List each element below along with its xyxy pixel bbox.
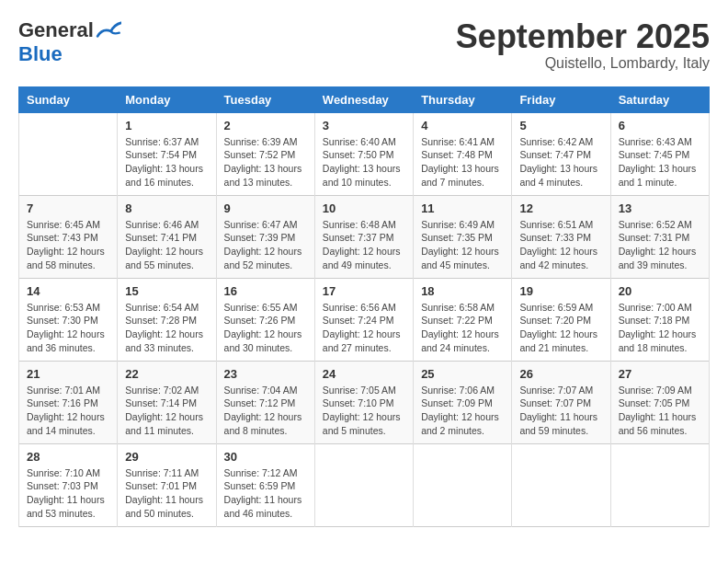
day-info: Sunrise: 6:49 AM Sunset: 7:35 PM Dayligh…	[421, 218, 504, 272]
calendar-cell: 30Sunrise: 7:12 AM Sunset: 6:59 PM Dayli…	[216, 443, 314, 526]
calendar-cell: 16Sunrise: 6:55 AM Sunset: 7:26 PM Dayli…	[216, 278, 314, 361]
day-number: 14	[27, 284, 109, 298]
calendar-table: SundayMondayTuesdayWednesdayThursdayFrid…	[18, 86, 710, 527]
day-number: 10	[323, 201, 405, 215]
day-info: Sunrise: 6:59 AM Sunset: 7:20 PM Dayligh…	[519, 301, 602, 355]
logo: General Blue	[18, 18, 121, 66]
calendar-cell: 17Sunrise: 6:56 AM Sunset: 7:24 PM Dayli…	[314, 278, 413, 361]
day-info: Sunrise: 7:07 AM Sunset: 7:07 PM Dayligh…	[519, 384, 602, 438]
title-section: September 2025 Quistello, Lombardy, Ital…	[456, 18, 710, 72]
day-info: Sunrise: 7:02 AM Sunset: 7:14 PM Dayligh…	[125, 384, 208, 438]
day-number: 9	[224, 201, 307, 215]
calendar-cell: 7Sunrise: 6:45 AM Sunset: 7:43 PM Daylig…	[19, 195, 118, 278]
month-title: September 2025	[456, 18, 710, 55]
calendar-cell: 3Sunrise: 6:40 AM Sunset: 7:50 PM Daylig…	[314, 112, 413, 195]
weekday-header-sunday: Sunday	[19, 86, 118, 112]
day-info: Sunrise: 7:10 AM Sunset: 7:03 PM Dayligh…	[27, 466, 109, 521]
day-number: 11	[421, 201, 504, 215]
day-number: 8	[125, 201, 208, 215]
calendar-cell: 15Sunrise: 6:54 AM Sunset: 7:28 PM Dayli…	[118, 278, 216, 361]
calendar-cell: 13Sunrise: 6:52 AM Sunset: 7:31 PM Dayli…	[610, 195, 709, 278]
day-info: Sunrise: 7:09 AM Sunset: 7:05 PM Dayligh…	[619, 384, 701, 438]
day-number: 26	[519, 367, 602, 381]
day-info: Sunrise: 6:54 AM Sunset: 7:28 PM Dayligh…	[125, 301, 208, 355]
day-info: Sunrise: 6:41 AM Sunset: 7:48 PM Dayligh…	[421, 135, 504, 190]
calendar-cell: 25Sunrise: 7:06 AM Sunset: 7:09 PM Dayli…	[414, 361, 512, 443]
day-number: 28	[27, 450, 109, 464]
day-info: Sunrise: 7:12 AM Sunset: 6:59 PM Dayligh…	[224, 466, 307, 521]
day-number: 21	[27, 367, 109, 381]
calendar-cell: 4Sunrise: 6:41 AM Sunset: 7:48 PM Daylig…	[414, 112, 512, 195]
calendar-cell: 1Sunrise: 6:37 AM Sunset: 7:54 PM Daylig…	[118, 112, 216, 195]
day-number: 24	[323, 367, 405, 381]
calendar-cell: 11Sunrise: 6:49 AM Sunset: 7:35 PM Dayli…	[414, 195, 512, 278]
calendar-cell: 21Sunrise: 7:01 AM Sunset: 7:16 PM Dayli…	[19, 361, 118, 443]
day-info: Sunrise: 6:56 AM Sunset: 7:24 PM Dayligh…	[323, 301, 405, 355]
calendar-cell: 8Sunrise: 6:46 AM Sunset: 7:41 PM Daylig…	[118, 195, 216, 278]
page-header: General Blue September 2025 Quistello, L…	[18, 18, 710, 72]
day-info: Sunrise: 6:58 AM Sunset: 7:22 PM Dayligh…	[421, 301, 504, 355]
weekday-header-wednesday: Wednesday	[314, 86, 413, 112]
weekday-header-thursday: Thursday	[414, 86, 512, 112]
day-number: 13	[619, 201, 701, 215]
weekday-header-tuesday: Tuesday	[216, 86, 314, 112]
calendar-cell: 9Sunrise: 6:47 AM Sunset: 7:39 PM Daylig…	[216, 195, 314, 278]
calendar-cell: 10Sunrise: 6:48 AM Sunset: 7:37 PM Dayli…	[314, 195, 413, 278]
calendar-cell: 24Sunrise: 7:05 AM Sunset: 7:10 PM Dayli…	[314, 361, 413, 443]
day-info: Sunrise: 6:39 AM Sunset: 7:52 PM Dayligh…	[224, 135, 307, 190]
calendar-cell	[610, 443, 709, 526]
day-number: 7	[27, 201, 109, 215]
day-number: 23	[224, 367, 307, 381]
day-info: Sunrise: 6:55 AM Sunset: 7:26 PM Dayligh…	[224, 301, 307, 355]
day-number: 17	[323, 284, 405, 298]
calendar-cell: 12Sunrise: 6:51 AM Sunset: 7:33 PM Dayli…	[512, 195, 610, 278]
calendar-cell: 2Sunrise: 6:39 AM Sunset: 7:52 PM Daylig…	[216, 112, 314, 195]
day-info: Sunrise: 6:53 AM Sunset: 7:30 PM Dayligh…	[27, 301, 109, 355]
day-number: 16	[224, 284, 307, 298]
day-number: 30	[224, 450, 307, 464]
calendar-cell: 23Sunrise: 7:04 AM Sunset: 7:12 PM Dayli…	[216, 361, 314, 443]
day-number: 4	[421, 119, 504, 132]
weekday-header-saturday: Saturday	[610, 86, 709, 112]
day-number: 12	[519, 201, 602, 215]
calendar-cell: 19Sunrise: 6:59 AM Sunset: 7:20 PM Dayli…	[512, 278, 610, 361]
calendar-cell: 22Sunrise: 7:02 AM Sunset: 7:14 PM Dayli…	[118, 361, 216, 443]
calendar-cell: 26Sunrise: 7:07 AM Sunset: 7:07 PM Dayli…	[512, 361, 610, 443]
day-number: 1	[125, 119, 208, 132]
calendar-header-row: SundayMondayTuesdayWednesdayThursdayFrid…	[19, 86, 710, 112]
day-info: Sunrise: 6:42 AM Sunset: 7:47 PM Dayligh…	[519, 135, 602, 190]
day-info: Sunrise: 7:00 AM Sunset: 7:18 PM Dayligh…	[619, 301, 701, 355]
day-number: 25	[421, 367, 504, 381]
logo-general-text: General	[18, 18, 94, 42]
day-number: 19	[519, 284, 602, 298]
calendar-cell: 5Sunrise: 6:42 AM Sunset: 7:47 PM Daylig…	[512, 112, 610, 195]
day-info: Sunrise: 7:11 AM Sunset: 7:01 PM Dayligh…	[125, 466, 208, 521]
calendar-week-row: 7Sunrise: 6:45 AM Sunset: 7:43 PM Daylig…	[19, 195, 710, 278]
calendar-week-row: 21Sunrise: 7:01 AM Sunset: 7:16 PM Dayli…	[19, 361, 710, 443]
location-text: Quistello, Lombardy, Italy	[456, 55, 710, 72]
day-info: Sunrise: 7:05 AM Sunset: 7:10 PM Dayligh…	[323, 384, 405, 438]
calendar-week-row: 14Sunrise: 6:53 AM Sunset: 7:30 PM Dayli…	[19, 278, 710, 361]
day-number: 2	[224, 119, 307, 132]
calendar-cell: 18Sunrise: 6:58 AM Sunset: 7:22 PM Dayli…	[414, 278, 512, 361]
calendar-cell	[414, 443, 512, 526]
day-number: 20	[619, 284, 701, 298]
day-number: 5	[519, 119, 602, 132]
day-info: Sunrise: 6:45 AM Sunset: 7:43 PM Dayligh…	[27, 218, 109, 272]
day-info: Sunrise: 6:43 AM Sunset: 7:45 PM Dayligh…	[619, 135, 701, 190]
day-info: Sunrise: 7:06 AM Sunset: 7:09 PM Dayligh…	[421, 384, 504, 438]
day-info: Sunrise: 6:37 AM Sunset: 7:54 PM Dayligh…	[125, 135, 208, 190]
day-number: 15	[125, 284, 208, 298]
day-info: Sunrise: 7:01 AM Sunset: 7:16 PM Dayligh…	[27, 384, 109, 438]
calendar-cell: 14Sunrise: 6:53 AM Sunset: 7:30 PM Dayli…	[19, 278, 118, 361]
weekday-header-monday: Monday	[118, 86, 216, 112]
calendar-cell	[19, 112, 118, 195]
calendar-week-row: 28Sunrise: 7:10 AM Sunset: 7:03 PM Dayli…	[19, 443, 710, 526]
day-info: Sunrise: 6:51 AM Sunset: 7:33 PM Dayligh…	[519, 218, 602, 272]
calendar-cell	[512, 443, 610, 526]
day-info: Sunrise: 6:40 AM Sunset: 7:50 PM Dayligh…	[323, 135, 405, 190]
calendar-cell: 29Sunrise: 7:11 AM Sunset: 7:01 PM Dayli…	[118, 443, 216, 526]
calendar-cell: 20Sunrise: 7:00 AM Sunset: 7:18 PM Dayli…	[610, 278, 709, 361]
calendar-cell	[314, 443, 413, 526]
calendar-cell: 27Sunrise: 7:09 AM Sunset: 7:05 PM Dayli…	[610, 361, 709, 443]
